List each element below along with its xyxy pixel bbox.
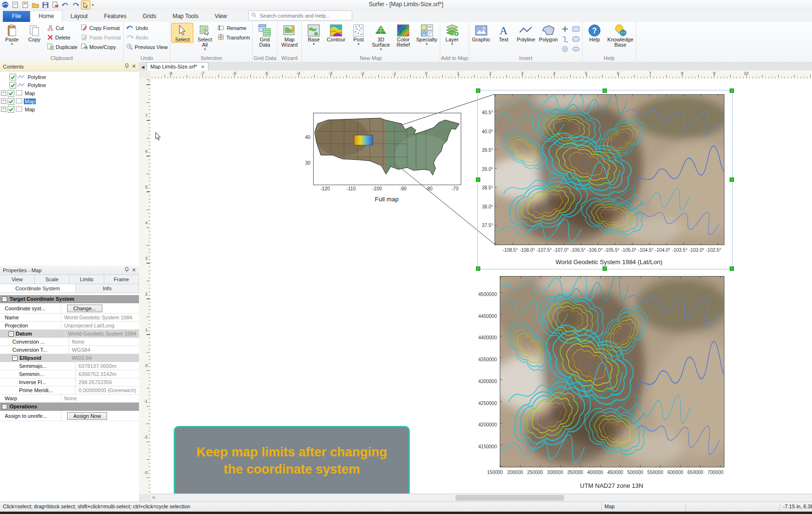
collapse-icon[interactable]: − [9, 331, 14, 336]
property-row-datum: −Datum World Geodetic System 1984 [0, 330, 139, 338]
surface-3d-button[interactable]: 3D Surface ▾ [370, 23, 392, 51]
search-box[interactable] [248, 10, 352, 20]
scrollbar-thumb[interactable] [456, 495, 564, 501]
duplicate-icon [47, 43, 54, 51]
knowledge-base-button[interactable]: Knowledge Base [606, 23, 634, 48]
copy-format-button[interactable]: Copy Format [79, 24, 122, 32]
contour-button[interactable]: Contour [325, 23, 347, 42]
tab-layout[interactable]: Layout [62, 11, 96, 22]
canvas-area: ◀ Map Limits-Size.srf* ✕ -8-7-6-5-4-3-2-… [139, 62, 812, 502]
delete-button[interactable]: Delete [46, 33, 79, 42]
wgs-terrain-image [495, 95, 724, 245]
tree-item-map-2-selected[interactable]: + Map [0, 97, 139, 105]
checkbox-checked-icon[interactable] [10, 74, 16, 80]
tab-map-tools[interactable]: Map Tools [164, 11, 206, 22]
tree-item-map-3[interactable]: + Map [0, 105, 139, 113]
base-map-button[interactable]: Base ▾ [303, 23, 325, 46]
plus-shape-icon[interactable] [560, 24, 570, 34]
tab-scroll-left-icon[interactable]: ◀ [139, 65, 147, 70]
spline-shape-icon[interactable] [560, 34, 570, 44]
polygon-button[interactable]: Polygon [537, 23, 559, 42]
search-input[interactable] [259, 12, 342, 19]
tree-item-polyline-1[interactable]: Polyline [0, 73, 139, 81]
graphic-button[interactable]: Graphic [470, 23, 492, 42]
collapse-icon[interactable]: − [2, 404, 7, 409]
select-all-button[interactable]: Select All ▾ [194, 23, 216, 51]
paste-format-label: Paste Format [89, 35, 121, 40]
tab-limits[interactable]: Limits [69, 275, 104, 284]
scroll-left-icon[interactable]: < [152, 495, 155, 500]
wgs-map[interactable] [495, 94, 724, 245]
section-target-coordinate-system[interactable]: − Target Coordinate System [0, 295, 139, 303]
transform-button[interactable]: Transform [216, 33, 251, 42]
layer-button[interactable]: Layer ▾ [441, 23, 463, 46]
rounded-rectangle-shape-icon[interactable] [571, 34, 581, 44]
horizontal-scrollbar[interactable]: < [150, 494, 812, 502]
tree-item-map-1[interactable]: + Map [0, 89, 139, 97]
tab-view[interactable]: View [207, 11, 235, 22]
select-button[interactable]: Select [171, 23, 193, 43]
collapse-icon[interactable]: − [2, 297, 7, 302]
help-button[interactable]: ? Help [584, 23, 605, 42]
copy-button[interactable]: Copy [23, 23, 45, 42]
checkbox-checked-icon[interactable] [10, 82, 16, 89]
tab-info[interactable]: Info [76, 284, 139, 293]
expand-icon[interactable]: + [1, 107, 6, 112]
tab-frame[interactable]: Frame [104, 275, 139, 284]
tick-label: -104.5° [638, 247, 654, 253]
tab-file[interactable]: File [3, 11, 30, 22]
pin-icon[interactable] [125, 267, 129, 273]
collapse-icon[interactable]: − [12, 356, 18, 361]
tab-scale[interactable]: Scale [35, 275, 69, 284]
change-button[interactable]: Change... [67, 305, 102, 312]
pin-icon[interactable] [125, 63, 129, 69]
post-button[interactable]: Post ▾ [347, 23, 369, 46]
expand-icon[interactable]: + [1, 90, 6, 96]
document-page[interactable]: 4030 -120-110-100-90-80-70 Full map 40.5… [150, 79, 812, 494]
selection-handle[interactable] [730, 178, 734, 182]
selection-handle[interactable] [730, 267, 734, 271]
polyline-button[interactable]: Polyline [515, 23, 537, 42]
tab-features[interactable]: Features [96, 11, 134, 22]
expand-icon[interactable]: + [1, 99, 6, 104]
grid-data-button[interactable]: Grid Data [254, 23, 276, 48]
tab-grids[interactable]: Grids [135, 11, 165, 22]
ellipse-shape-icon[interactable] [571, 44, 581, 54]
close-icon[interactable]: ✕ [132, 267, 136, 273]
duplicate-button[interactable]: Duplicate [46, 43, 79, 51]
document-tab[interactable]: Map Limits-Size.srf* ✕ [147, 62, 208, 70]
group-wizard: Map Wizard Wizard [277, 22, 302, 62]
cut-button[interactable]: Cut [46, 24, 79, 32]
rectangle-shape-icon[interactable] [571, 24, 581, 34]
ruler-label: 7 [145, 113, 148, 118]
undo-button[interactable]: Undo [125, 24, 169, 32]
status-coordinates: -7.15 in, 6.38 [783, 504, 812, 509]
paste-button[interactable]: Paste ▾ [1, 23, 23, 46]
map-wizard-button[interactable]: Map Wizard [278, 23, 300, 48]
tree-item-label: Map [24, 90, 36, 96]
rename-button[interactable]: Rename [216, 24, 251, 32]
section-operations[interactable]: − Operations [0, 403, 139, 411]
tab-home[interactable]: Home [30, 10, 62, 22]
tick-label: -103.0° [689, 247, 704, 253]
full-map-frame[interactable] [313, 113, 461, 185]
utm-map[interactable] [500, 276, 724, 467]
checkbox-checked-icon[interactable] [8, 106, 14, 113]
selection-handle[interactable] [730, 89, 734, 93]
tab-view[interactable]: View [0, 275, 35, 284]
color-relief-button[interactable]: Color Relief [392, 23, 414, 48]
selection-handle[interactable] [603, 267, 607, 271]
move-copy-button[interactable]: Move/Copy [79, 43, 122, 51]
previous-view-button[interactable]: Previous View [125, 43, 169, 51]
tab-coordinate-system[interactable]: Coordinate System [0, 284, 76, 293]
circle-shape-icon[interactable] [560, 44, 570, 54]
close-icon[interactable]: ✕ [201, 64, 205, 69]
text-button[interactable]: A Text [493, 23, 515, 42]
specialty-button[interactable]: Specialty ▾ [415, 23, 439, 46]
assign-now-button[interactable]: Assign Now [67, 412, 107, 420]
close-icon[interactable]: ✕ [132, 63, 136, 69]
tree-item-polyline-2[interactable]: Polyline [0, 81, 139, 89]
selection-handle[interactable] [603, 89, 607, 93]
checkbox-checked-icon[interactable] [8, 98, 14, 105]
checkbox-checked-icon[interactable] [8, 90, 14, 97]
